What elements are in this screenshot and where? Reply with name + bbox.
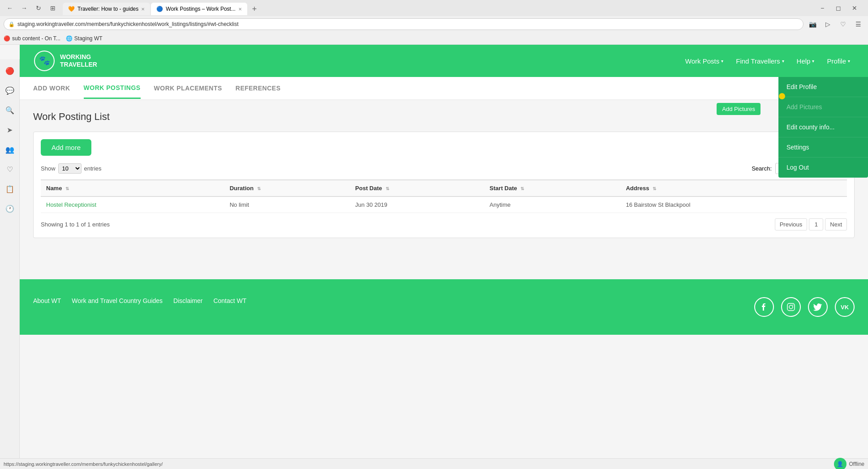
facebook-icon[interactable] — [754, 297, 774, 317]
address-bar: 🔒 staging.workingtraveller.com/members/f… — [0, 16, 868, 32]
url-box[interactable]: 🔒 staging.workingtraveller.com/members/f… — [4, 18, 804, 30]
site-header: 🐾 WORKING TRAVELLER Work Posts ▾ Find Tr… — [20, 45, 868, 77]
page-wrapper: 🐾 WORKING TRAVELLER Work Posts ▾ Find Tr… — [20, 45, 868, 335]
back-button[interactable]: ← — [4, 2, 16, 14]
favorites-sidebar-icon[interactable]: ♡ — [2, 161, 18, 177]
table-row: Hostel Receptionist No limit Jun 30 2019… — [41, 196, 847, 213]
showing-text: Showing 1 to 1 of 1 entries — [41, 221, 110, 228]
close-button[interactable]: ✕ — [848, 2, 861, 14]
logo-area[interactable]: 🐾 WORKING TRAVELLER — [33, 50, 97, 72]
tab-work-postings[interactable]: 🔵 Work Postings – Work Post... ✕ — [151, 3, 247, 15]
row-address: 16 Bairstow St Blackpool — [620, 196, 847, 213]
nav-find-travellers[interactable]: Find Travellers ▾ — [731, 54, 788, 68]
next-button[interactable]: Next — [825, 218, 847, 230]
search-label: Search: — [752, 165, 772, 172]
twitter-icon[interactable] — [808, 297, 828, 317]
tab-label: Traveller: How to - guides — [77, 6, 138, 12]
add-more-button[interactable]: Add more — [41, 139, 91, 156]
svg-rect-2 — [787, 303, 795, 311]
lock-icon: 🔒 — [9, 21, 15, 27]
minimize-button[interactable]: − — [816, 2, 829, 14]
reload-button[interactable]: ↻ — [32, 2, 45, 14]
bookmark-staging-label: Staging WT — [74, 35, 103, 42]
nav-profile[interactable]: Profile ▾ — [822, 54, 855, 68]
bookmark-staging-icon: 🌐 — [66, 35, 73, 42]
dropdown-logout[interactable]: Log Out — [778, 158, 868, 178]
opera-sidebar-icon[interactable]: 🔴 — [2, 63, 18, 79]
contacts-sidebar-icon[interactable]: 👥 — [2, 141, 18, 158]
nav-help[interactable]: Help ▾ — [792, 54, 819, 68]
table-footer: Showing 1 to 1 of 1 entries Previous 1 N… — [41, 218, 847, 230]
forward-button[interactable]: → — [18, 2, 30, 14]
svg-point-3 — [789, 305, 793, 309]
footer-about[interactable]: About WT — [33, 297, 61, 304]
subnav-work-placements[interactable]: WORK PLACEMENTS — [154, 78, 222, 98]
sort-name-icon: ⇅ — [65, 186, 69, 191]
window-controls[interactable]: ← → ↻ ⊞ — [4, 2, 59, 14]
browser-chrome: ← → ↻ ⊞ 🧡 Traveller: How to - guides ✕ 🔵… — [0, 0, 868, 45]
vk-icon[interactable]: VK — [835, 297, 855, 317]
instagram-icon[interactable] — [781, 297, 801, 317]
dropdown-settings[interactable]: Settings — [778, 137, 868, 158]
add-pictures-tooltip: Add Pictures — [717, 103, 761, 115]
sort-duration-icon: ⇅ — [257, 186, 261, 191]
restore-button[interactable]: ◻ — [832, 2, 845, 14]
tab-close-icon[interactable]: ✕ — [141, 7, 145, 12]
pagination: Previous 1 Next — [775, 218, 847, 230]
col-duration[interactable]: Duration ⇅ — [224, 180, 350, 196]
table-controls: Show 10 25 50 100 entries Search: — [41, 163, 847, 174]
show-entries-area: Show 10 25 50 100 entries — [41, 163, 102, 174]
notes-sidebar-icon[interactable]: 📋 — [2, 181, 18, 197]
col-address[interactable]: Address ⇅ — [620, 180, 847, 196]
tab-favicon: 🧡 — [68, 6, 75, 12]
send-sidebar-icon[interactable]: ➤ — [2, 122, 18, 138]
footer-country-guides[interactable]: Work and Travel Country Guides — [72, 297, 163, 304]
logo-icon: 🐾 — [33, 50, 56, 72]
search-sidebar-icon[interactable]: 🔍 — [2, 102, 18, 118]
site-footer: About WT Work and Travel Country Guides … — [20, 279, 868, 335]
sub-nav: ADD WORK WORK POSTINGS WORK PLACEMENTS R… — [20, 77, 868, 100]
row-start-date: Anytime — [484, 196, 620, 213]
svg-text:🐾: 🐾 — [39, 55, 50, 66]
bookmarks-bar: 🔴 sub content - On T... 🌐 Staging WT — [0, 32, 868, 45]
dropdown-add-pictures[interactable]: Add Pictures — [778, 97, 868, 117]
bookmark-subcontent[interactable]: 🔴 sub content - On T... — [4, 35, 60, 42]
col-name[interactable]: Name ⇅ — [41, 180, 224, 196]
tab-label-active: Work Postings – Work Post... — [166, 6, 236, 12]
dropdown-edit-county[interactable]: Edit county info... — [778, 117, 868, 137]
prev-button[interactable]: Previous — [775, 218, 808, 230]
tab-overview-button[interactable]: ⊞ — [47, 2, 59, 14]
bookmark-icon: 🔴 — [4, 35, 10, 42]
entries-select[interactable]: 10 25 50 100 — [58, 163, 82, 174]
col-post-date[interactable]: Post Date ⇅ — [350, 180, 484, 196]
table-header-row: Name ⇅ Duration ⇅ Post Date ⇅ Start Da — [41, 180, 847, 196]
footer-disclaimer[interactable]: Disclaimer — [173, 297, 202, 304]
dropdown-edit-profile[interactable]: Edit Profile — [778, 77, 868, 97]
col-start-date[interactable]: Start Date ⇅ — [484, 180, 620, 196]
footer-contact[interactable]: Contact WT — [213, 297, 246, 304]
nav-work-posts[interactable]: Work Posts ▾ — [681, 54, 728, 68]
entries-label: entries — [84, 165, 102, 172]
tab-traveller[interactable]: 🧡 Traveller: How to - guides ✕ — [63, 3, 150, 15]
site-nav: Work Posts ▾ Find Travellers ▾ Help ▾ Pr… — [681, 54, 855, 68]
row-name[interactable]: Hostel Receptionist — [41, 196, 224, 213]
browser-sidebar: 🔴 💬 🔍 ➤ 👥 ♡ 📋 🕐 — [0, 59, 20, 335]
screenshot-button[interactable]: 📷 — [806, 18, 819, 30]
data-table: Name ⇅ Duration ⇅ Post Date ⇅ Start Da — [41, 179, 847, 213]
new-tab-button[interactable]: + — [248, 3, 261, 15]
subnav-add-work[interactable]: ADD WORK — [33, 78, 70, 98]
reader-button[interactable]: ▷ — [821, 18, 834, 30]
subnav-work-postings[interactable]: WORK POSTINGS — [84, 78, 141, 99]
menu-button[interactable]: ☰ — [852, 18, 864, 30]
history-sidebar-icon[interactable]: 🕐 — [2, 200, 18, 217]
show-label: Show — [41, 165, 56, 172]
main-content: Work Posting List Add more Show 10 25 50… — [20, 100, 868, 279]
tab-close-active-icon[interactable]: ✕ — [238, 7, 242, 12]
row-post-date: Jun 30 2019 — [350, 196, 484, 213]
bookmark-button[interactable]: ♡ — [837, 18, 849, 30]
bookmark-label: sub content - On T... — [12, 35, 60, 42]
messenger-sidebar-icon[interactable]: 💬 — [2, 82, 18, 98]
subnav-references[interactable]: REFERENCES — [236, 78, 281, 98]
page-number: 1 — [809, 218, 823, 230]
bookmark-staging[interactable]: 🌐 Staging WT — [66, 35, 103, 42]
